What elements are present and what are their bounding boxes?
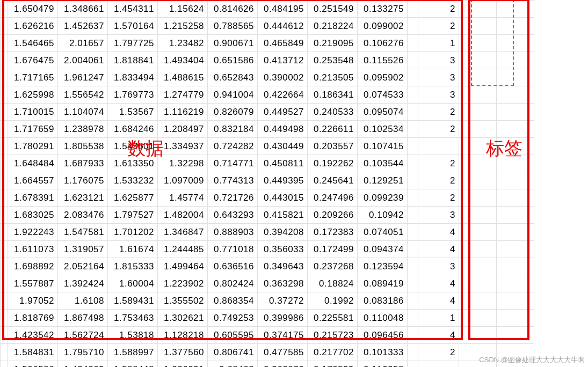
data-cell[interactable]: 0.240533 — [308, 104, 358, 121]
data-cell[interactable]: 1.805538 — [58, 138, 108, 155]
data-cell[interactable]: 1.377560 — [158, 344, 208, 361]
data-cell[interactable]: 0.218224 — [308, 18, 358, 35]
label-cell[interactable]: 3 — [418, 69, 459, 86]
data-cell[interactable]: 1.797725 — [108, 35, 158, 52]
data-cell[interactable]: 1.717659 — [8, 121, 58, 138]
data-cell[interactable]: 0.652843 — [208, 69, 258, 86]
data-cell[interactable]: 1.452637 — [58, 18, 108, 35]
data-cell[interactable]: 0.826079 — [208, 104, 258, 121]
data-cell[interactable]: 0.802424 — [208, 275, 258, 292]
data-cell[interactable]: 1.589431 — [108, 292, 158, 310]
label-cell[interactable]: 4 — [418, 327, 459, 344]
data-cell[interactable]: 0.374175 — [258, 327, 308, 344]
data-cell[interactable]: 1.482004 — [158, 207, 208, 224]
data-cell[interactable]: 0.253548 — [308, 52, 358, 69]
data-cell[interactable]: 1.650479 — [8, 1, 58, 18]
empty-cell[interactable] — [408, 1, 418, 18]
data-cell[interactable]: 0.399986 — [258, 310, 308, 327]
data-cell[interactable]: 0.096456 — [358, 327, 408, 344]
empty-cell[interactable] — [497, 138, 534, 155]
data-cell[interactable]: 1.128218 — [158, 327, 208, 344]
data-cell[interactable]: 1.623121 — [58, 189, 108, 207]
data-cell[interactable]: 1.769773 — [108, 86, 158, 104]
data-cell[interactable]: 2.052164 — [58, 258, 108, 275]
data-cell[interactable]: 0.443015 — [258, 189, 308, 207]
data-cell[interactable]: 0.749253 — [208, 310, 258, 327]
label-cell[interactable]: 4 — [418, 241, 459, 258]
label-cell[interactable] — [418, 361, 459, 368]
data-cell[interactable]: 0.074051 — [358, 224, 408, 241]
empty-cell[interactable] — [497, 224, 534, 241]
empty-cell[interactable] — [459, 310, 497, 327]
data-cell[interactable]: 0.605595 — [208, 327, 258, 344]
empty-cell[interactable] — [497, 18, 534, 35]
data-cell[interactable]: 1.543601 — [108, 138, 158, 155]
empty-cell[interactable] — [459, 275, 497, 292]
data-cell[interactable]: 1.53567 — [108, 104, 158, 121]
data-cell[interactable]: 1.588448 — [108, 361, 158, 368]
data-cell[interactable]: 1.676475 — [8, 52, 58, 69]
data-cell[interactable]: 1.533232 — [108, 172, 158, 189]
data-cell[interactable]: 0.213505 — [308, 69, 358, 86]
data-cell[interactable]: 0.251549 — [308, 1, 358, 18]
data-cell[interactable]: 0.651586 — [208, 52, 258, 69]
data-cell[interactable]: 1.61674 — [108, 241, 158, 258]
data-cell[interactable]: 0.101333 — [358, 344, 408, 361]
data-cell[interactable]: 0.415821 — [258, 207, 308, 224]
data-cell[interactable]: 1.701202 — [108, 224, 158, 241]
data-cell[interactable]: 2.083476 — [58, 207, 108, 224]
data-cell[interactable]: 0.771018 — [208, 241, 258, 258]
label-cell[interactable]: 2 — [418, 155, 459, 172]
data-cell[interactable]: 0.192262 — [308, 155, 358, 172]
data-cell[interactable]: 1.797527 — [108, 207, 158, 224]
data-cell[interactable]: 1.547581 — [58, 224, 108, 241]
empty-cell[interactable] — [459, 344, 497, 361]
label-cell[interactable]: 2 — [418, 104, 459, 121]
data-cell[interactable]: 1.244485 — [158, 241, 208, 258]
data-cell[interactable]: 0.477585 — [258, 344, 308, 361]
data-cell[interactable]: 1.562724 — [58, 327, 108, 344]
data-cell[interactable]: 0.349643 — [258, 258, 308, 275]
empty-cell[interactable] — [408, 138, 418, 155]
label-cell[interactable]: 3 — [418, 52, 459, 69]
label-cell[interactable]: 1 — [418, 310, 459, 327]
data-cell[interactable]: 1.97052 — [8, 292, 58, 310]
data-cell[interactable]: 1.355502 — [158, 292, 208, 310]
label-cell[interactable]: 2 — [418, 121, 459, 138]
empty-cell[interactable] — [408, 104, 418, 121]
data-cell[interactable]: 0.788565 — [208, 18, 258, 35]
data-cell[interactable]: 1.116219 — [158, 104, 208, 121]
label-cell[interactable]: 2 — [418, 172, 459, 189]
data-cell[interactable]: 1.53818 — [108, 327, 158, 344]
data-cell[interactable]: 0.484195 — [258, 1, 308, 18]
data-cell[interactable]: 0.247496 — [308, 189, 358, 207]
data-cell[interactable]: 0.774313 — [208, 172, 258, 189]
data-cell[interactable]: 1.097009 — [158, 172, 208, 189]
empty-cell[interactable] — [459, 69, 497, 86]
empty-cell[interactable] — [408, 258, 418, 275]
data-cell[interactable]: 1.238978 — [58, 121, 108, 138]
data-cell[interactable]: 0.225581 — [308, 310, 358, 327]
empty-cell[interactable] — [408, 189, 418, 207]
data-cell[interactable]: 1.867498 — [58, 310, 108, 327]
data-cell[interactable]: 0.465849 — [258, 35, 308, 52]
data-cell[interactable]: 1.423542 — [8, 327, 58, 344]
empty-cell[interactable] — [459, 361, 497, 368]
data-cell[interactable]: 1.546465 — [8, 35, 58, 52]
empty-cell[interactable] — [408, 172, 418, 189]
data-cell[interactable]: 1.753463 — [108, 310, 158, 327]
data-cell[interactable]: 1.961247 — [58, 69, 108, 86]
data-cell[interactable]: 0.37272 — [258, 292, 308, 310]
data-cell[interactable]: 0.102534 — [358, 121, 408, 138]
data-cell[interactable]: 0.900671 — [208, 35, 258, 52]
empty-cell[interactable] — [497, 52, 534, 69]
data-cell[interactable]: 1.176075 — [58, 172, 108, 189]
data-cell[interactable]: 1.556542 — [58, 86, 108, 104]
data-cell[interactable]: 0.110048 — [358, 310, 408, 327]
empty-cell[interactable] — [497, 69, 534, 86]
empty-cell[interactable] — [497, 189, 534, 207]
data-cell[interactable]: 0.724282 — [208, 138, 258, 155]
data-cell[interactable]: 1.625877 — [108, 189, 158, 207]
empty-cell[interactable] — [408, 207, 418, 224]
data-cell[interactable]: 1.6108 — [58, 292, 108, 310]
